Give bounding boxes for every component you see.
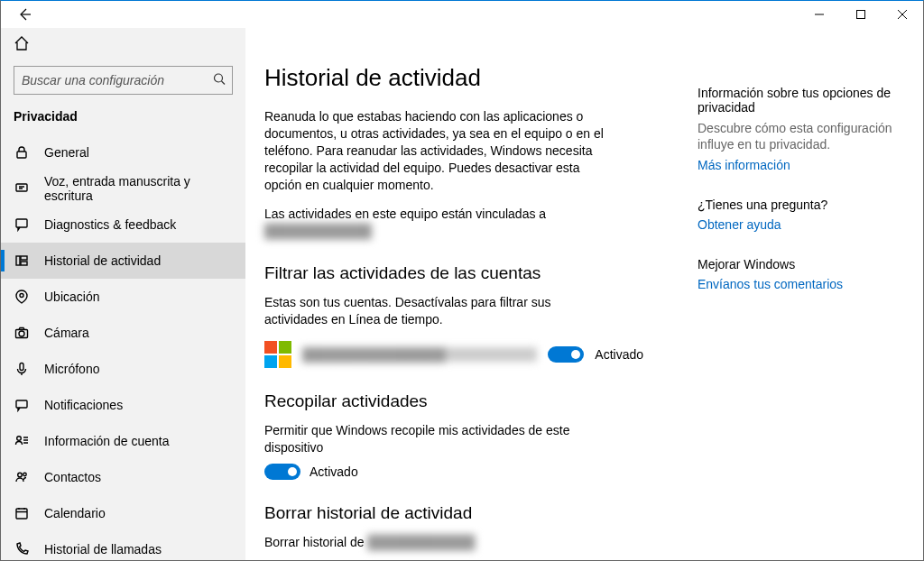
feedback-icon xyxy=(14,216,30,233)
feedback-link[interactable]: Envíanos tus comentarios xyxy=(698,277,843,291)
search-icon xyxy=(213,73,226,88)
contacts-icon xyxy=(14,469,30,485)
clear-text: Borrar historial de ████████████ xyxy=(264,534,607,551)
nav-microphone[interactable]: Micrófono xyxy=(1,351,245,387)
svg-rect-20 xyxy=(16,509,27,519)
nav-list: General Voz, entrada manuscrita y escrit… xyxy=(1,134,245,560)
clear-prefix: Borrar historial de xyxy=(264,535,365,549)
collect-desc: Permitir que Windows recopile mis activi… xyxy=(264,422,607,456)
nav-camera[interactable]: Cámara xyxy=(1,315,245,351)
phone-icon xyxy=(14,541,30,557)
close-button[interactable] xyxy=(882,1,923,28)
search-input[interactable] xyxy=(14,66,233,95)
svg-point-4 xyxy=(215,74,223,82)
svg-rect-7 xyxy=(16,184,27,191)
nav-account-info[interactable]: Información de cuenta xyxy=(1,423,245,459)
nav-label: Notificaciones xyxy=(44,398,123,412)
svg-rect-11 xyxy=(21,262,27,265)
lock-icon xyxy=(14,144,30,161)
titlebar xyxy=(1,1,923,28)
page-title: Historial de actividad xyxy=(264,64,643,92)
nav-speech[interactable]: Voz, entrada manuscrita y escritura xyxy=(1,170,245,207)
intro-text: Reanuda lo que estabas haciendo con las … xyxy=(264,108,607,193)
linked-prefix: Las actividades en este equipo están vin… xyxy=(264,207,546,221)
nav-label: Historial de llamadas xyxy=(44,542,162,556)
filter-heading: Filtrar las actividades de las cuentas xyxy=(264,263,643,283)
nav-diagnostics[interactable]: Diagnostics & feedback xyxy=(1,207,245,243)
nav-label: Calendario xyxy=(44,506,106,520)
svg-rect-9 xyxy=(16,256,20,265)
collect-toggle-label: Activado xyxy=(310,464,358,479)
account-toggle[interactable] xyxy=(548,346,584,363)
svg-rect-1 xyxy=(857,11,865,19)
svg-rect-16 xyxy=(16,400,27,408)
svg-point-17 xyxy=(17,437,22,441)
aside-privacy-desc: Descubre cómo esta configuración influye… xyxy=(698,120,898,152)
nav-label: Micrófono xyxy=(44,362,99,376)
svg-rect-15 xyxy=(20,363,23,371)
notif-icon xyxy=(14,397,30,413)
svg-rect-6 xyxy=(17,152,26,158)
nav-activity-history[interactable]: Historial de actividad xyxy=(1,243,245,279)
settings-window: Privacidad General Voz, entrada manuscri… xyxy=(0,0,924,561)
nav-contacts[interactable]: Contactos xyxy=(1,459,245,495)
nav-location[interactable]: Ubicación xyxy=(1,279,245,315)
aside-privacy-title: Información sobre tus opciones de privac… xyxy=(698,86,898,115)
minimize-button[interactable] xyxy=(799,1,840,28)
nav-label: General xyxy=(44,145,89,160)
nav-label: Información de cuenta xyxy=(44,434,170,448)
back-button[interactable] xyxy=(12,2,37,27)
svg-rect-10 xyxy=(21,256,27,260)
nav-call-history[interactable]: Historial de llamadas xyxy=(1,531,245,560)
category-label: Privacidad xyxy=(1,104,245,134)
aside-improve-title: Mejorar Windows xyxy=(698,257,898,271)
calendar-icon xyxy=(14,505,30,521)
nav-label: Historial de actividad xyxy=(44,253,161,268)
camera-icon xyxy=(14,325,30,341)
location-icon xyxy=(14,289,30,305)
collect-toggle[interactable] xyxy=(264,464,300,480)
collect-heading: Recopilar actividades xyxy=(264,391,643,411)
nav-label: Contactos xyxy=(44,470,101,484)
mic-icon xyxy=(14,361,30,377)
nav-calendar[interactable]: Calendario xyxy=(1,495,245,531)
svg-rect-8 xyxy=(16,219,27,227)
aside-panel: Información sobre tus opciones de privac… xyxy=(643,64,914,560)
account-toggle-label: Activado xyxy=(595,347,643,362)
nav-label: Diagnostics & feedback xyxy=(44,217,176,232)
nav-general[interactable]: General xyxy=(1,134,245,170)
speech-icon xyxy=(14,180,30,197)
filter-desc: Estas son tus cuentas. Desactívalas para… xyxy=(264,294,607,328)
maximize-button[interactable] xyxy=(840,1,882,28)
sidebar: Privacidad General Voz, entrada manuscri… xyxy=(1,28,246,560)
main-panel: Historial de actividad Reanuda lo que es… xyxy=(246,28,923,560)
history-icon xyxy=(14,253,30,269)
aside-question-title: ¿Tienes una pregunta? xyxy=(698,198,898,212)
clear-account: ████████████ xyxy=(367,534,475,551)
svg-point-19 xyxy=(23,473,26,475)
account-row: ████████████████ Activado xyxy=(264,341,643,368)
clear-heading: Borrar historial de actividad xyxy=(264,503,643,523)
linked-account-value: ████████████ xyxy=(264,223,372,240)
nav-label: Cámara xyxy=(44,326,89,340)
nav-label: Ubicación xyxy=(44,290,99,304)
more-info-link[interactable]: Más información xyxy=(698,158,790,172)
svg-point-12 xyxy=(20,294,23,298)
nav-label: Voz, entrada manuscrita y escritura xyxy=(44,174,233,203)
account-icon xyxy=(14,433,30,449)
get-help-link[interactable]: Obtener ayuda xyxy=(698,217,781,232)
svg-point-14 xyxy=(19,331,24,336)
account-name: ████████████████ xyxy=(302,347,537,362)
nav-notifications[interactable]: Notificaciones xyxy=(1,387,245,423)
linked-account-text: Las actividades en este equipo están vin… xyxy=(264,206,607,240)
svg-point-18 xyxy=(18,473,23,477)
svg-line-5 xyxy=(222,81,226,85)
home-icon[interactable] xyxy=(14,39,30,54)
microsoft-logo-icon xyxy=(264,341,291,368)
